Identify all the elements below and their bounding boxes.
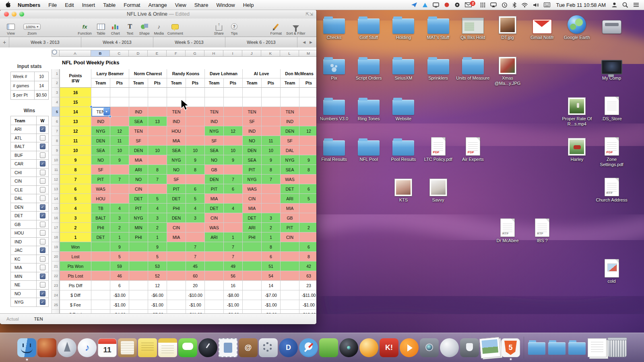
disc-menu-icon[interactable] — [452, 0, 462, 10]
pts-won-cell[interactable]: 2 — [299, 223, 316, 232]
pts-cell-empty[interactable] — [262, 126, 281, 136]
toolbar-function-button[interactable]: fxFunction — [78, 22, 92, 35]
team-cell[interactable]: CIN — [205, 213, 224, 223]
pts-cell-empty[interactable] — [148, 107, 167, 117]
team-cell-empty[interactable] — [129, 88, 148, 97]
pts-cell-empty[interactable] — [110, 184, 129, 194]
dock-dock-folder-2-icon[interactable] — [547, 338, 566, 357]
menu-format[interactable]: Format — [120, 0, 144, 10]
desktop-icon-final-results[interactable]: Final Results — [317, 136, 351, 162]
team-cell[interactable]: SEA — [281, 165, 299, 175]
dock-itunes-icon[interactable] — [78, 338, 97, 357]
team-cell[interactable]: PIT — [205, 184, 224, 194]
points-cell[interactable]: 12 — [60, 126, 91, 136]
team-cell[interactable]: SF — [129, 136, 148, 146]
column-header-G[interactable]: G — [186, 50, 204, 57]
row-header-9[interactable]: 9 — [52, 146, 60, 155]
desktop-icon-mat-s-stuff[interactable]: MAT's Stuff — [421, 14, 456, 40]
zoom-level-popup[interactable]: 100% — [23, 24, 41, 30]
pts-cell-empty[interactable] — [262, 107, 281, 117]
team-cell[interactable]: NO — [243, 136, 262, 146]
team-cell[interactable]: MIA — [243, 204, 262, 213]
dock-messages-icon[interactable] — [178, 338, 197, 357]
desktop-icon-qk-bks-hold[interactable]: Qk Bks Hold — [456, 14, 490, 40]
pts-cell-empty[interactable] — [299, 146, 316, 155]
pts-cell-empty[interactable] — [299, 232, 316, 242]
team-cell-empty[interactable] — [91, 88, 110, 97]
menu-window[interactable]: Window — [212, 0, 239, 10]
row-header-22[interactable]: 22 — [52, 271, 60, 281]
team-cell-empty[interactable] — [129, 97, 148, 107]
tab-scroll-left-arrow[interactable]: ◀ — [303, 40, 305, 44]
team-cell[interactable]: PIT — [243, 165, 262, 175]
dock-notes-icon[interactable] — [158, 338, 177, 357]
team-cell[interactable]: MIA — [205, 194, 224, 204]
column-header-D[interactable]: D — [129, 50, 148, 57]
pts-won-cell[interactable]: 3 — [148, 213, 167, 223]
column-header-E[interactable]: E — [148, 50, 167, 57]
row-header-25[interactable]: 25 — [52, 300, 60, 310]
team-cell[interactable]: DEN — [129, 146, 148, 155]
points-cell[interactable]: 1 — [60, 232, 91, 242]
pts-won-cell[interactable]: 6 — [224, 184, 243, 194]
row-header-10[interactable]: 10 — [52, 155, 60, 165]
win-checkbox-chi[interactable] — [40, 170, 45, 175]
tab-week-3-2013[interactable]: Week 3 - 2013 — [9, 37, 81, 47]
dock-image-capture-icon[interactable] — [420, 338, 439, 357]
dock-k-app-icon[interactable]: K! — [380, 338, 398, 357]
dock-launchpad-icon[interactable] — [58, 338, 76, 357]
team-cell[interactable]: SEA — [129, 117, 148, 126]
desktop-icon-siriusxm[interactable]: SiriusXM — [386, 54, 421, 81]
dock-green-app-icon[interactable] — [319, 338, 338, 357]
win-checkbox-ari[interactable]: ✓ — [40, 126, 45, 132]
selection-handle[interactable] — [109, 115, 111, 118]
team-cell[interactable]: ARI — [129, 165, 148, 175]
team-cell[interactable]: MIA — [281, 204, 299, 213]
dock-photo-stack-icon[interactable] — [479, 337, 501, 358]
dock-finder-icon[interactable] — [17, 338, 36, 357]
column-header-L[interactable]: L — [280, 50, 299, 57]
pts-cell-empty[interactable] — [299, 117, 316, 126]
team-cell[interactable]: WAS — [243, 184, 262, 194]
pts-cell-empty[interactable] — [262, 117, 281, 126]
pts-cell-empty[interactable] — [224, 88, 243, 97]
team-cell[interactable]: SEA — [167, 146, 186, 155]
win-checkbox-atl[interactable] — [40, 135, 45, 141]
points-cell[interactable]: 9 — [60, 155, 91, 165]
pts-won-cell[interactable]: 6 — [299, 184, 316, 194]
display-menu-icon[interactable] — [430, 0, 442, 10]
column-header-I[interactable]: I — [223, 50, 242, 57]
menu-arrange[interactable]: Arrange — [144, 0, 171, 10]
team-cell[interactable]: IND — [91, 117, 110, 126]
input-stat-value[interactable]: 10 — [35, 72, 49, 81]
desktop-icon-cold[interactable]: cold — [594, 257, 629, 284]
pts-won-cell[interactable]: 7 — [224, 175, 243, 184]
pts-cell-empty[interactable] — [299, 97, 316, 107]
win-checkbox-den[interactable]: ✓ — [40, 204, 45, 210]
win-checkbox-min[interactable]: ✓ — [40, 274, 45, 279]
pts-won-cell[interactable]: 8 — [299, 165, 316, 175]
team-cell[interactable]: IND — [205, 117, 224, 126]
team-cell[interactable]: NYG — [167, 155, 186, 165]
points-cell[interactable]: 2 — [60, 223, 91, 232]
team-cell[interactable]: HOU — [91, 194, 110, 204]
row-header-24[interactable]: 24 — [52, 290, 60, 300]
dock-photo-booth-icon[interactable] — [339, 338, 358, 357]
pts-won-cell[interactable]: 8 — [262, 165, 281, 175]
desktop-icon-ds-store[interactable]: .DS_Store — [594, 95, 629, 121]
menu-edit[interactable]: Edit — [61, 0, 78, 10]
desktop-icon-kts[interactable]: KTS — [386, 176, 421, 203]
desktop-icon-harley[interactable]: Harley — [559, 136, 594, 162]
points-cell[interactable]: 6 — [60, 184, 91, 194]
toolbar-tips-button[interactable]: ?Tips — [227, 22, 241, 35]
row-header-4[interactable]: 4 — [52, 97, 60, 107]
fullscreen-icon[interactable]: ⇱⇲ — [306, 12, 313, 17]
win-checkbox-balt[interactable]: ✓ — [40, 144, 45, 149]
pts-won-cell[interactable]: 9 — [299, 155, 316, 165]
team-cell[interactable]: PHI — [91, 223, 110, 232]
desktop-icon-ring-tones[interactable]: Ring Tones — [351, 95, 386, 121]
pts-won-cell[interactable]: 3 — [110, 213, 129, 223]
team-cell[interactable]: DET — [281, 184, 299, 194]
row-header-23[interactable]: 23 — [52, 281, 60, 290]
dock-jar-app-icon[interactable] — [37, 338, 56, 357]
